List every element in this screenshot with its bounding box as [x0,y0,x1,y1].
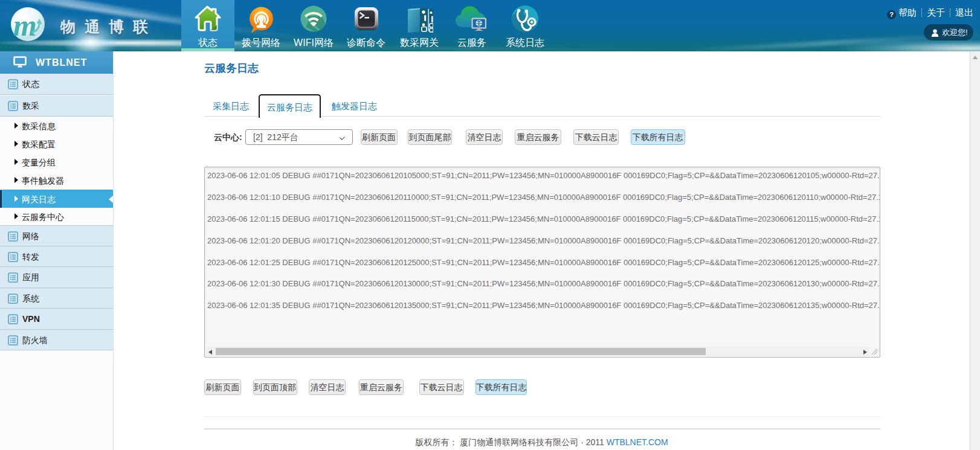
svg-text:✦: ✦ [30,10,34,16]
svg-text:✦: ✦ [16,9,22,18]
svg-text:✦: ✦ [23,7,28,13]
